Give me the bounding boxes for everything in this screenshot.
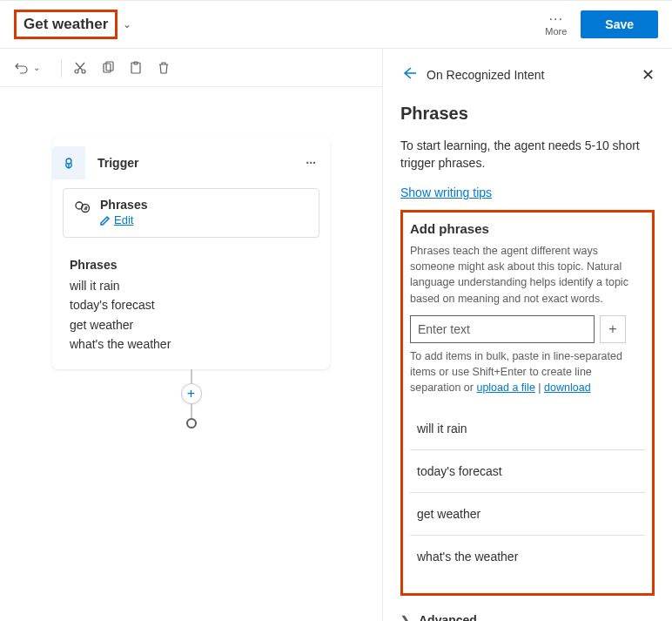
- phrase-list-item[interactable]: today's forecast: [410, 450, 645, 493]
- trigger-title: Trigger: [97, 156, 293, 170]
- save-button[interactable]: Save: [581, 10, 658, 38]
- trigger-node[interactable]: Trigger ··· Phrases Edit: [52, 138, 330, 369]
- delete-button[interactable]: [156, 60, 171, 76]
- svg-point-1: [82, 70, 85, 73]
- advanced-section-toggle[interactable]: ❯ Advanced: [400, 613, 655, 621]
- topic-dropdown-chevron[interactable]: ⌄: [123, 18, 131, 30]
- back-button[interactable]: [400, 64, 418, 84]
- edit-phrases-link[interactable]: Edit: [100, 213, 133, 226]
- paste-button[interactable]: [128, 60, 144, 76]
- svg-point-6: [66, 159, 71, 164]
- phrase-list-item[interactable]: what's the weather: [410, 536, 645, 577]
- download-link[interactable]: download: [544, 381, 591, 394]
- svg-point-8: [82, 205, 90, 213]
- canvas-toolbar: ⌄: [0, 49, 382, 87]
- topic-title[interactable]: Get weather: [14, 10, 118, 39]
- panel-description: To start learning, the agent needs 5-10 …: [400, 138, 653, 172]
- more-menu[interactable]: ··· More: [545, 12, 567, 37]
- add-phrases-description: Phrases teach the agent different ways s…: [410, 243, 645, 307]
- add-phrases-section: Add phrases Phrases teach the agent diff…: [400, 210, 655, 596]
- undo-button[interactable]: [14, 60, 30, 76]
- trigger-icon: [52, 146, 85, 179]
- trigger-more-menu[interactable]: ···: [300, 156, 321, 170]
- add-node-button[interactable]: +: [181, 383, 202, 404]
- phrase-preview: today's forecast: [70, 295, 312, 314]
- more-label: More: [545, 26, 567, 37]
- phrase-preview: what's the weather: [70, 334, 312, 354]
- more-icon: ···: [545, 12, 567, 26]
- svg-point-0: [75, 70, 78, 73]
- phrase-preview: will it rain: [70, 276, 312, 295]
- phrases-icon: [74, 199, 91, 217]
- chevron-right-icon: ❯: [400, 614, 410, 621]
- phrase-input[interactable]: [410, 315, 595, 343]
- panel-heading: Phrases: [400, 104, 655, 124]
- panel-breadcrumb: On Recognized Intent: [427, 68, 544, 82]
- phrases-card[interactable]: Phrases Edit: [63, 188, 319, 238]
- add-phrase-button[interactable]: +: [600, 315, 626, 343]
- copy-button[interactable]: [100, 60, 116, 76]
- writing-tips-link[interactable]: Show writing tips: [400, 186, 492, 199]
- upload-file-link[interactable]: upload a file: [476, 381, 534, 394]
- flow-end-marker: [186, 418, 197, 429]
- phrases-preview-list: Phrases will it rain today's forecast ge…: [52, 250, 330, 370]
- phrase-list-item[interactable]: will it rain: [410, 408, 645, 450]
- close-panel-button[interactable]: ✕: [642, 65, 655, 84]
- phrases-card-title: Phrases: [100, 198, 147, 212]
- phrase-list-item[interactable]: get weather: [410, 493, 645, 536]
- undo-dropdown[interactable]: ⌄: [33, 63, 40, 72]
- cut-button[interactable]: [72, 60, 88, 76]
- add-phrases-heading: Add phrases: [410, 221, 645, 236]
- phrase-preview: get weather: [70, 315, 312, 334]
- bulk-upload-hint: To add items in bulk, paste in line-sepa…: [410, 348, 645, 395]
